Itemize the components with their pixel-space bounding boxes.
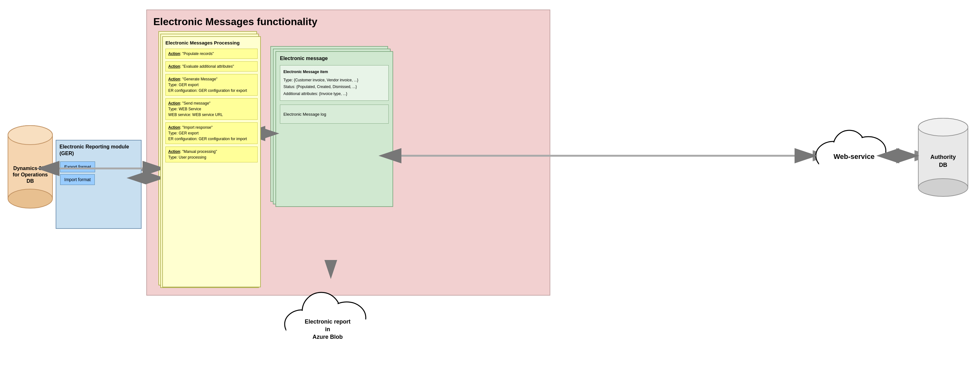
svg-text:Web-service: Web-service xyxy=(834,152,874,160)
em-item-status: Status: {Populated, Created, Dismissed, … xyxy=(283,84,385,90)
svg-point-12 xyxy=(8,189,52,208)
em-item-type: Type: {Customer invoice, Vendor invoice,… xyxy=(283,77,385,84)
action-quote-3: "Generate Message" xyxy=(182,77,218,81)
svg-text:for Operations: for Operations xyxy=(13,172,48,177)
action-box-4: Action: "Send message" Type: WEB Service… xyxy=(165,98,258,120)
em-log-box: Electronic Message log xyxy=(280,105,389,124)
webservice-cloud: Web-service xyxy=(814,114,894,184)
svg-text:Azure Blob: Azure Blob xyxy=(312,334,342,340)
action-quote-5: "Import response" xyxy=(182,125,213,130)
em-item-box: Electronic Message item Type: {Customer … xyxy=(280,65,389,101)
em-item-title: Electronic Message item xyxy=(283,69,385,76)
action-label-1: Action xyxy=(168,51,180,56)
svg-text:DB: DB xyxy=(939,162,947,168)
action-label-6: Action xyxy=(168,149,180,154)
action-box-3: Action: "Generate Message" Type: GER exp… xyxy=(165,74,258,96)
action-er-5: ER configuration: GER configuration for … xyxy=(168,137,247,141)
dynamics-db-svg: Dynamics 365 for Operations DB xyxy=(6,121,54,216)
emp-title: Electronic Messages Processing xyxy=(165,40,258,46)
svg-text:in: in xyxy=(325,326,330,333)
diagram-container: Dynamics 365 for Operations DB Electroni… xyxy=(0,0,980,369)
webservice-svg: Web-service xyxy=(814,114,894,184)
action-box-6: Action: "Manual processing" Type: User p… xyxy=(165,147,258,162)
authority-db-svg: Authority DB xyxy=(916,114,970,203)
authority-db-cylinder: Authority DB xyxy=(916,114,970,203)
em-box-title: Electronic message xyxy=(280,55,389,61)
svg-text:DB: DB xyxy=(26,178,34,184)
action-web-4: WEB service: WEB service URL xyxy=(168,112,223,117)
svg-text:Dynamics 365: Dynamics 365 xyxy=(13,166,48,171)
em-box-area: Electronic message Electronic Message it… xyxy=(270,46,391,262)
action-quote-4: "Send message" xyxy=(182,101,210,106)
action-type-3: Type: GER export xyxy=(168,82,199,87)
action-type-4: Type: WEB Service xyxy=(168,107,201,111)
action-quote-6: "Manual processing" xyxy=(182,149,217,154)
svg-point-30 xyxy=(918,179,968,196)
svg-point-31 xyxy=(918,118,968,136)
action-label-3: Action xyxy=(168,77,180,81)
action-er-3: ER configuration: GER configuration for … xyxy=(168,89,247,93)
action-box-5: Action: "Import response" Type: GER expo… xyxy=(165,122,258,144)
action-label-5: Action xyxy=(168,125,180,130)
dynamics-db-cylinder: Dynamics 365 for Operations DB xyxy=(6,121,54,216)
action-label-4: Action xyxy=(168,101,180,106)
action-label-2: Action xyxy=(168,64,180,69)
er-module-box: Electronic Reporting module (GER) Export… xyxy=(56,140,142,229)
svg-text:Authority: Authority xyxy=(931,154,956,160)
action-type-6: Type: User processing xyxy=(168,155,206,160)
action-type-5: Type: GER export xyxy=(168,131,199,135)
em-item-additional: Additional attributes: {Invoice type, ..… xyxy=(283,90,385,98)
svg-point-13 xyxy=(8,125,52,145)
azure-cloud-svg: Electronic report in Azure Blob xyxy=(283,277,372,353)
em-box-main: Electronic message Electronic Message it… xyxy=(275,51,393,207)
action-box-1: Action: "Populate records" xyxy=(165,49,258,59)
action-box-2: Action: "Evaluate additional attributes" xyxy=(165,61,258,71)
em-functionality-title: Electronic Messages functionality xyxy=(147,10,550,31)
action-quote-2: "Evaluate additional attributes" xyxy=(182,64,234,69)
svg-text:Electronic report: Electronic report xyxy=(305,318,350,325)
action-quote-1: "Populate records" xyxy=(182,51,214,56)
import-format-button[interactable]: Import format xyxy=(60,174,95,185)
em-log-label: Electronic Message log xyxy=(283,112,326,117)
er-azure-cloud: Electronic report in Azure Blob xyxy=(283,277,372,353)
er-module-title: Electronic Reporting module (GER) xyxy=(56,141,141,160)
emp-box-main: Electronic Messages Processing Action: "… xyxy=(162,36,261,287)
export-format-button[interactable]: Export format xyxy=(60,162,95,172)
